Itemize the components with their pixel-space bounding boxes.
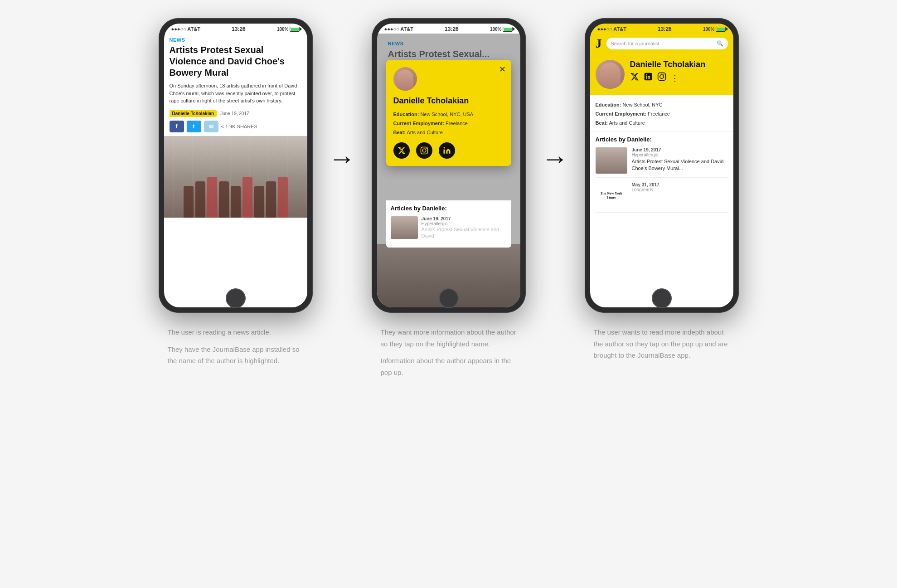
person-4 xyxy=(219,181,229,218)
instagram-icon-popup[interactable] xyxy=(416,142,432,159)
time-1: 13:26 xyxy=(232,26,246,32)
home-button-3[interactable] xyxy=(652,288,672,308)
twitter-icon-profile[interactable] xyxy=(630,72,639,83)
popup-articles: Articles by Danielle: June 19, 2017 Hype… xyxy=(386,200,511,248)
article-item-app-2[interactable]: The New York Times May 31, 2017 Longread… xyxy=(596,182,728,213)
article-meta-app-2: May 31, 2017 Longreads xyxy=(632,182,728,209)
person-1 xyxy=(184,186,194,218)
home-button-1[interactable] xyxy=(226,288,246,308)
carrier-2: ●●●○○ AT&T xyxy=(384,26,413,32)
status-bar-3: ●●●○○ AT&T 13:26 100% xyxy=(590,24,733,34)
article-item-2[interactable]: June 19, 2017 Hyperallergic Artists Prot… xyxy=(391,216,507,239)
person-7 xyxy=(254,186,264,218)
person-2 xyxy=(195,181,205,218)
profile-section: Danielle Tcholakian ⋮ xyxy=(590,53,733,95)
article-date-1: June 19, 2017 xyxy=(220,111,249,116)
battery-fill-2 xyxy=(504,28,512,31)
share-facebook[interactable]: f xyxy=(170,121,184,132)
more-icon-profile[interactable]: ⋮ xyxy=(671,73,679,83)
profile-avatar xyxy=(596,60,625,89)
carrier-1: ●●●○○ AT&T xyxy=(171,26,200,32)
article-date-2: June 19, 2017 xyxy=(422,216,507,221)
battery-icon-1 xyxy=(290,27,300,32)
popup-card[interactable]: ✕ Danielle Tcholakian Education: New Sch… xyxy=(386,60,511,166)
popup-avatar xyxy=(393,67,417,91)
battery-icon-3 xyxy=(716,27,726,32)
popup-employment: Current Employment: Freelance xyxy=(393,119,504,128)
articles-section-app: Articles by Danielle: June 19, 2017 Hype… xyxy=(590,131,733,222)
time-2: 13:26 xyxy=(445,26,459,32)
desc-block-1: The user is reading a news article. They… xyxy=(159,326,313,378)
popup-beat: Beat: Arts and Culture xyxy=(393,128,504,137)
svg-point-7 xyxy=(659,75,663,78)
phone-2: ●●●○○ AT&T 13:26 100% NEWS Artists Prote… xyxy=(372,18,526,313)
article-meta-app-1: June 19, 2017 Hyperallergic Artists Prot… xyxy=(632,147,728,174)
popup-socials xyxy=(393,142,504,159)
share-twitter[interactable]: t xyxy=(187,121,201,132)
battery-fill-3 xyxy=(717,28,725,31)
search-bar-app[interactable]: Search for a journalist 🔍 xyxy=(606,38,728,49)
article-title-item-2: Artists Protest Sexual Violence and Davi… xyxy=(422,226,507,239)
article-meta-2: June 19, 2017 Hyperallergic Artists Prot… xyxy=(422,216,507,239)
linkedin-icon-profile[interactable] xyxy=(644,72,653,83)
person-8 xyxy=(266,181,276,218)
desc-2-line2: Information about the author appears in … xyxy=(381,355,517,378)
article-body-1: On Sunday afternoon, 18 artists gathered… xyxy=(164,82,307,108)
linkedin-icon-popup[interactable] xyxy=(439,142,455,159)
search-icon: 🔍 xyxy=(717,40,723,47)
carrier-3: ●●●○○ AT&T xyxy=(597,26,626,32)
articles-heading-2: Articles by Danielle: xyxy=(391,205,507,212)
phone-2-screen: ●●●○○ AT&T 13:26 100% NEWS Artists Prote… xyxy=(377,24,520,307)
svg-point-8 xyxy=(663,74,664,75)
popup-info: Education: New School, NYC, USA Current … xyxy=(393,110,504,137)
phone-1-screen: ●●●○○ AT&T 13:26 100% NEWS Artists Prote… xyxy=(164,24,307,307)
desc-1-line2: They have the JournalBase app installed … xyxy=(168,344,304,367)
profile-info: Danielle Tcholakian ⋮ xyxy=(630,60,728,83)
battery-1: 100% xyxy=(277,27,300,32)
svg-point-5 xyxy=(646,74,647,75)
author-row-1: Danielle Tcholakian June 19, 2017 xyxy=(164,108,307,121)
article-thumb-2 xyxy=(391,216,418,239)
article-item-app-1[interactable]: June 19, 2017 Hyperallergic Artists Prot… xyxy=(596,147,728,178)
person-3 xyxy=(207,177,217,218)
people-silhouette-1 xyxy=(164,163,307,218)
author-badge-1[interactable]: Danielle Tcholakian xyxy=(170,110,217,117)
education-detail: Education: New School, NYC xyxy=(596,101,728,110)
instagram-icon-profile[interactable] xyxy=(657,72,666,83)
phone-1: ●●●○○ AT&T 13:26 100% NEWS Artists Prote… xyxy=(159,18,313,313)
education-label-app: Education: xyxy=(596,102,621,107)
desc-spacer-2 xyxy=(526,326,585,378)
article-thumb-app-2: The New York Times xyxy=(596,182,627,209)
profile-name: Danielle Tcholakian xyxy=(630,60,728,69)
popup-name[interactable]: Danielle Tcholakian xyxy=(393,96,504,106)
desc-1-line1: The user is reading a news article. xyxy=(168,326,304,338)
desc-block-2: They want more information about the aut… xyxy=(372,326,526,378)
article-app-source-1: Hyperallergic xyxy=(632,152,728,157)
avatar-silhouette xyxy=(397,70,413,91)
desc-text-2: They want more information about the aut… xyxy=(381,326,517,378)
person-5 xyxy=(231,186,241,218)
article-app-date-2: May 31, 2017 xyxy=(632,182,728,187)
phone-3-screen: ●●●○○ AT&T 13:26 100% J Search for a jou… xyxy=(590,24,733,307)
desc-text-1: The user is reading a news article. They… xyxy=(168,326,304,367)
education-label: Education: xyxy=(393,112,419,117)
employment-label: Current Employment: xyxy=(393,121,444,126)
arrow-1: → xyxy=(329,145,356,172)
status-bar-2: ●●●○○ AT&T 13:26 100% xyxy=(377,24,520,34)
descriptions-row: The user is reading a news article. They… xyxy=(0,326,897,378)
phone-2-wrapper: ●●●○○ AT&T 13:26 100% NEWS Artists Prote… xyxy=(372,18,526,313)
article-source-2: Hyperallergic xyxy=(422,221,507,226)
svg-point-1 xyxy=(422,149,426,153)
arrow-2-container: → xyxy=(526,145,585,172)
app-header: J Search for a journalist 🔍 xyxy=(590,34,733,53)
person-9 xyxy=(278,177,288,218)
phones-row: ●●●○○ AT&T 13:26 100% NEWS Artists Prote… xyxy=(0,18,897,313)
twitter-icon-popup[interactable] xyxy=(393,142,410,159)
desc-block-3: The user wants to read more indepth abou… xyxy=(585,326,739,378)
share-email[interactable]: ✉ xyxy=(204,121,218,132)
share-label: SHARES xyxy=(237,124,257,129)
article-thumb-app-img-1 xyxy=(596,147,627,174)
popup-close-button[interactable]: ✕ xyxy=(499,64,506,74)
battery-2: 100% xyxy=(490,27,513,32)
home-button-2[interactable] xyxy=(439,288,459,308)
